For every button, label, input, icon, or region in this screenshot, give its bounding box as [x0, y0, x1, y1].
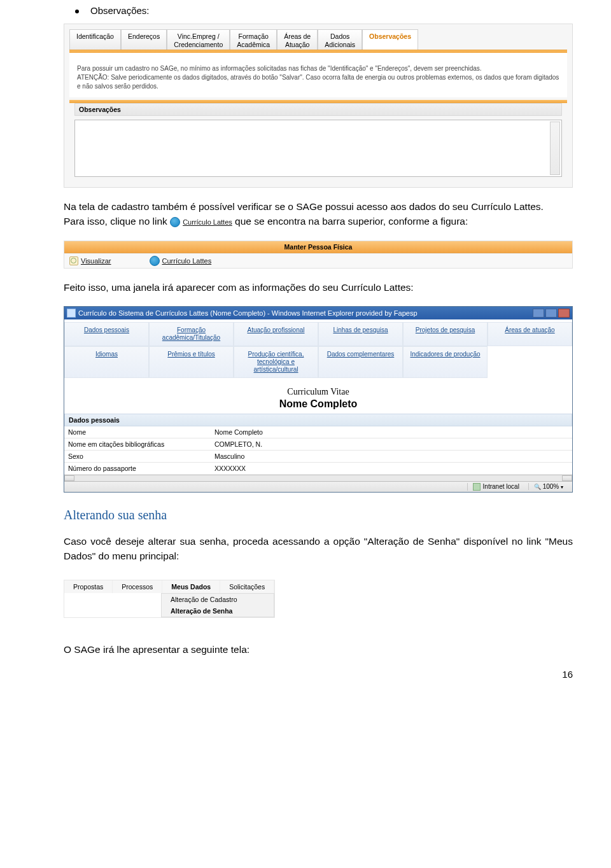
- minimize-button[interactable]: [533, 309, 544, 318]
- curriculo-lattes-link[interactable]: Currículo Lattes: [150, 256, 212, 266]
- zone-icon: [473, 483, 481, 491]
- tab-enderecos[interactable]: Endereços: [121, 29, 167, 50]
- ie-title-text: Currículo do Sistema de Currículos Latte…: [78, 309, 418, 317]
- nav-idiomas[interactable]: Idiomas: [64, 346, 149, 378]
- menu-propostas[interactable]: Propostas: [64, 580, 113, 593]
- visualizar-link[interactable]: Visualizar: [69, 256, 111, 265]
- bullet-label: Observações:: [90, 5, 150, 16]
- nav-dados-complementares[interactable]: Dados complementares: [318, 346, 403, 378]
- menu-dropdown: Alteração de Cadastro Alteração de Senha: [161, 593, 274, 617]
- paragraph-2: Feito isso, uma janela irá aparecer com …: [64, 280, 573, 295]
- ie-statusbar: Intranet local 🔍 100% ▾: [64, 481, 572, 492]
- lattes-nav-row2: Idiomas Prêmios e títulos Produção cient…: [64, 346, 572, 378]
- tab-formacao[interactable]: Formação Acadêmica: [230, 29, 277, 50]
- nav-linhas-pesquisa[interactable]: Linhas de pesquisa: [318, 322, 403, 346]
- heading-alterando-senha: Alterando sua senha: [64, 508, 573, 522]
- observacoes-textarea[interactable]: [74, 120, 562, 177]
- cv-label: Curriculum Vitae: [64, 387, 572, 397]
- info-text: Para possuir um cadastro no SAGe, no mín…: [69, 53, 567, 97]
- zoom-indicator[interactable]: 🔍 100% ▾: [528, 483, 568, 490]
- menu-meus-dados[interactable]: Meus Dados: [162, 580, 220, 593]
- paragraph-3: Caso você deseje alterar sua senha, proc…: [64, 534, 573, 564]
- table-row: NomeNome Completo: [64, 426, 572, 438]
- screenshot-observacoes-tab: Identificação Endereços Vinc.Empreg / Cr…: [64, 24, 573, 188]
- tab-observacoes[interactable]: Observações: [362, 29, 418, 50]
- tab-dados-adicionais[interactable]: Dados Adicionais: [318, 29, 362, 50]
- menu-processos[interactable]: Processos: [113, 580, 162, 593]
- menu-top: Propostas Processos Meus Dados Solicitaç…: [64, 580, 274, 593]
- nav-premios[interactable]: Prêmios e títulos: [149, 346, 234, 378]
- observacoes-section-header: Observações: [74, 103, 562, 116]
- table-row: Número do passaporteXXXXXXX: [64, 463, 572, 475]
- lattes-icon: [170, 217, 180, 227]
- screenshot-menu-principal: Propostas Processos Meus Dados Solicitaç…: [64, 580, 275, 618]
- ie-favicon-icon: [67, 309, 76, 318]
- nav-areas-atuacao[interactable]: Áreas de atuação: [488, 322, 572, 346]
- cv-name: Nome Completo: [64, 398, 572, 410]
- submenu-alteracao-senha[interactable]: Alteração de Senha: [162, 605, 274, 617]
- maximize-button[interactable]: [545, 309, 557, 318]
- paragraph-4: O SAGe irá lhe apresentar a seguinte tel…: [64, 642, 573, 657]
- tab-identificacao[interactable]: Identificação: [69, 29, 121, 50]
- page-number: 16: [64, 669, 573, 680]
- security-zone: Intranet local: [467, 483, 524, 491]
- submenu-alteracao-cadastro[interactable]: Alteração de Cadastro: [162, 594, 274, 605]
- ie-titlebar: Currículo do Sistema de Currículos Latte…: [64, 307, 572, 319]
- tab-bar: Identificação Endereços Vinc.Empreg / Cr…: [69, 29, 567, 50]
- screenshot-ie-lattes: Currículo do Sistema de Currículos Latte…: [64, 306, 573, 493]
- bullet-observacoes: Observações:: [64, 5, 573, 16]
- curriculo-lattes-link-inline: Currículo Lattes: [170, 217, 232, 228]
- lattes-link-text: Currículo Lattes: [183, 217, 232, 228]
- menu-solicitacoes[interactable]: Solicitações: [220, 580, 274, 593]
- horizontal-scrollbar[interactable]: [64, 475, 572, 481]
- tab-areas[interactable]: Áreas de Atuação: [277, 29, 318, 50]
- manter-header: Manter Pessoa Física: [64, 241, 572, 253]
- nav-formacao[interactable]: Formação acadêmica/Titulação: [149, 322, 234, 346]
- lattes-icon: [150, 256, 160, 266]
- close-button[interactable]: [558, 309, 570, 318]
- paragraph-1: Na tela de cadastro também é possível ve…: [64, 199, 573, 229]
- nav-indicadores[interactable]: Indicadores de produção: [403, 346, 488, 378]
- screenshot-manter-pessoa: Manter Pessoa Física Visualizar Currícul…: [64, 241, 573, 269]
- section-dados-pessoais: Dados pessoais: [64, 414, 572, 426]
- nav-dados-pessoais[interactable]: Dados pessoais: [64, 322, 149, 346]
- nav-projetos-pesquisa[interactable]: Projetos de pesquisa: [403, 322, 488, 346]
- nav-atuacao-profissional[interactable]: Atuação profissional: [234, 322, 318, 346]
- lattes-nav-row1: Dados pessoais Formação acadêmica/Titula…: [64, 322, 572, 346]
- nav-producao[interactable]: Produção científica, tecnológica e artís…: [234, 346, 318, 378]
- bullet-dot-icon: [75, 10, 79, 13]
- table-row: Nome em citações bibliográficasCOMPLETO,…: [64, 438, 572, 451]
- tab-vinc-empreg[interactable]: Vinc.Empreg / Credenciamento: [167, 29, 230, 50]
- magnifier-icon: [69, 256, 78, 265]
- table-row: SexoMasculino: [64, 451, 572, 463]
